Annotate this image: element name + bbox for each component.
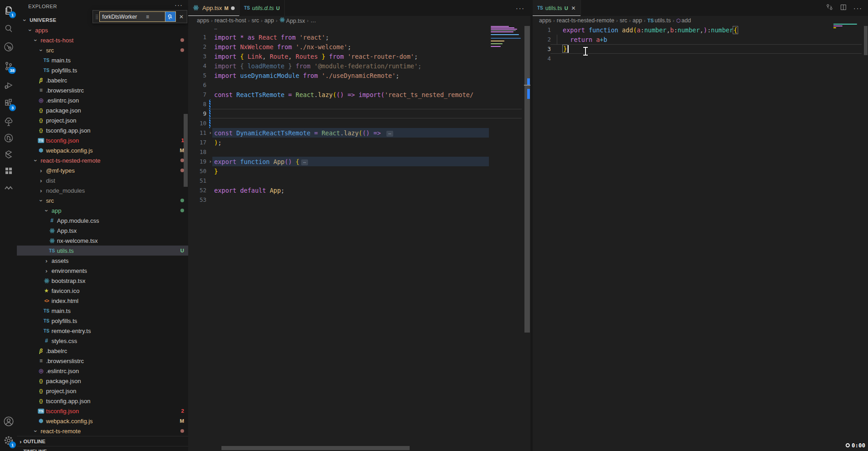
code-line-53[interactable]: 53 (188, 195, 530, 205)
filter-icon[interactable]: ≡ (146, 14, 149, 20)
code-line-18[interactable]: 18 (188, 147, 530, 157)
breadcrumb-item-app[interactable]: app (264, 17, 274, 24)
tree-item-bootstrap.tsx[interactable]: bootstrap.tsx (17, 276, 188, 286)
extensions-icon[interactable]: 3 (0, 95, 17, 112)
tree-item-.babelrc[interactable]: β.babelrc (17, 75, 188, 85)
grid-icon[interactable] (0, 162, 17, 179)
tree-find-input[interactable] (101, 13, 145, 20)
accounts-icon[interactable] (0, 413, 17, 430)
tree-item-remote-entry.ts[interactable]: TSremote-entry.ts (17, 326, 188, 336)
tree-item-dist[interactable]: ›dist (17, 175, 188, 185)
dirty-dot-icon[interactable] (231, 6, 235, 10)
nx-console-icon[interactable] (0, 129, 17, 147)
tree-item-polyfills.ts[interactable]: TSpolyfills.ts (17, 65, 188, 75)
tree-item-tsconfig.app.json[interactable]: {}tsconfig.app.json (17, 396, 188, 406)
tab-utils-ts[interactable]: TS utils.ts U ✕ (533, 0, 581, 16)
code-line-1[interactable]: 1export function add(a:number,b:number,)… (533, 25, 868, 35)
vscrollbar-left[interactable] (524, 16, 530, 451)
tree-item-index.html[interactable]: <>index.html (17, 296, 188, 306)
code-line-17[interactable]: 17); (188, 138, 530, 147)
breadcrumb-item-utils.ts[interactable]: TSutils.ts (647, 17, 671, 24)
source-control-icon[interactable]: 38 (0, 57, 17, 75)
wave-logo-icon[interactable] (0, 179, 17, 197)
breadcrumb-item-app[interactable]: app (632, 17, 642, 24)
tree-item-favicon.ico[interactable]: ★favicon.ico (17, 286, 188, 296)
tree-item-App.tsx[interactable]: App.tsx (17, 226, 188, 236)
outline-section[interactable]: › OUTLINE (17, 436, 188, 446)
settings-gear-icon[interactable]: 1 (0, 432, 17, 449)
code-line-51[interactable]: 51 (188, 176, 530, 185)
code-line-9[interactable]: 9 (188, 109, 530, 118)
minimap-right[interactable] (832, 24, 862, 31)
code-line-10[interactable]: 10 (188, 118, 530, 128)
code-line-7[interactable]: 7const ReactTsRemote = React.lazy(() => … (188, 90, 530, 99)
code-editor-right[interactable]: 1export function add(a:number,b:number,)… (533, 25, 868, 63)
explorer-icon[interactable]: 1 (0, 2, 17, 19)
code-line-6[interactable]: 6 (188, 80, 530, 90)
tree-item-react-ts-nested-remote[interactable]: ›react-ts-nested-remote (17, 155, 188, 165)
tab-app-tsx[interactable]: App.tsx M (188, 0, 240, 16)
breadcrumb-item-apps[interactable]: apps (539, 17, 551, 24)
run-debug-icon[interactable] (0, 77, 17, 94)
code-line-3[interactable]: 3import { Link, Route, Routes } from 're… (188, 51, 530, 61)
split-editor-icon[interactable] (840, 4, 847, 13)
tree-item-.babelrc[interactable]: β.babelrc (17, 346, 188, 356)
search-icon[interactable] (0, 20, 17, 37)
code-line-19[interactable]: 19›export function App() {⋯ (188, 157, 530, 166)
tree-item-tsconfig.json[interactable]: TStsconfig.json1 (17, 135, 188, 145)
tree-item-package.json[interactable]: {}package.json (17, 376, 188, 386)
minimap-left[interactable] (490, 26, 524, 53)
tree-item-apps[interactable]: ›apps (17, 25, 188, 35)
tree-item-package.json[interactable]: {}package.json (17, 105, 188, 115)
tree-item-tsconfig.json[interactable]: TStsconfig.json2 (17, 406, 188, 416)
sidebar-scrollbar[interactable] (184, 114, 188, 187)
ribbon-logo-icon[interactable] (0, 146, 17, 163)
code-line-11[interactable]: 11›const DynamicReactTsRemote = React.la… (188, 128, 530, 138)
tree-item-src[interactable]: ›src (17, 195, 188, 205)
tree-item-nx-welcome.tsx[interactable]: nx-welcome.tsx (17, 236, 188, 246)
tree-item-react-ts-remote[interactable]: ›react-ts-remote (17, 426, 188, 436)
code-line-2[interactable]: 2 return a+b (533, 35, 868, 44)
tree-item-.browserslistrc[interactable]: ≡.browserslistrc (17, 85, 188, 95)
tab-utils-d-ts[interactable]: TS utils.d.ts U (240, 0, 285, 16)
remote-tunnel-icon[interactable] (0, 38, 17, 56)
editor-actions-more-icon[interactable]: ··· (853, 5, 863, 12)
fuzzy-search-button[interactable] (165, 11, 176, 22)
tree-item-assets[interactable]: ›assets (17, 256, 188, 266)
tree-item-.eslintrc.json[interactable]: ◎.eslintrc.json (17, 366, 188, 376)
hscrollbar-left[interactable] (221, 446, 410, 450)
tab-close-icon[interactable]: ✕ (571, 5, 576, 11)
tree-item-project.json[interactable]: {}project.json (17, 115, 188, 125)
tree-item-@mf-types[interactable]: ›@mf-types (17, 165, 188, 175)
code-line-50[interactable]: 50} (188, 166, 530, 176)
breadcrumb-item-App.tsx[interactable]: App.tsx (279, 17, 305, 24)
tree-item-polyfills.ts[interactable]: TSpolyfills.ts (17, 316, 188, 326)
sidebar-more-actions-icon[interactable]: ··· (175, 1, 183, 9)
vscrollbar-right[interactable] (863, 16, 868, 451)
tree-item-styles.css[interactable]: #styles.css (17, 336, 188, 346)
testing-icon[interactable] (0, 113, 17, 130)
tree-item-node_modules[interactable]: ›node_modules (17, 185, 188, 195)
tree-item-src[interactable]: ›src (17, 45, 188, 55)
open-changes-icon[interactable] (826, 3, 833, 13)
code-editor-left[interactable]: ⋯1import * as React from 'react';2import… (188, 25, 530, 205)
tree-item-react-ts-host[interactable]: ›react-ts-host (17, 35, 188, 45)
timeline-section[interactable]: › TIMELINE (17, 446, 188, 451)
code-line-4[interactable]: 4import { loadRemote } from '@module-fed… (188, 61, 530, 71)
tree-item-main.ts[interactable]: TSmain.ts (17, 306, 188, 316)
tree-item-main.ts[interactable]: TSmain.ts (17, 55, 188, 65)
breadcrumb-item-src[interactable]: src (620, 17, 627, 24)
breadcrumb-item-add[interactable]: ⬡add (676, 17, 691, 24)
find-close-icon[interactable]: ✕ (179, 14, 184, 20)
tree-item-project.json[interactable]: {}project.json (17, 386, 188, 396)
tree-item-.eslintrc.json[interactable]: ◎.eslintrc.json (17, 95, 188, 105)
tree-item-utils.ts[interactable]: TSutils.tsU (17, 246, 188, 256)
code-line-8[interactable]: 8 (188, 99, 530, 109)
breadcrumb-item-react-ts-host[interactable]: react-ts-host (215, 17, 246, 24)
tree-item-.browserslistrc[interactable]: ≡.browserslistrc (17, 356, 188, 366)
tree-item-app[interactable]: ›app (17, 205, 188, 215)
breadcrumb-item-src[interactable]: src (252, 17, 259, 24)
breadcrumb-item-react-ts-nested-remote[interactable]: react-ts-nested-remote (557, 17, 614, 24)
breadcrumb-item-apps[interactable]: apps (197, 17, 209, 24)
tree-item-webpack.config.js[interactable]: ⬢webpack.config.jsM (17, 145, 188, 155)
